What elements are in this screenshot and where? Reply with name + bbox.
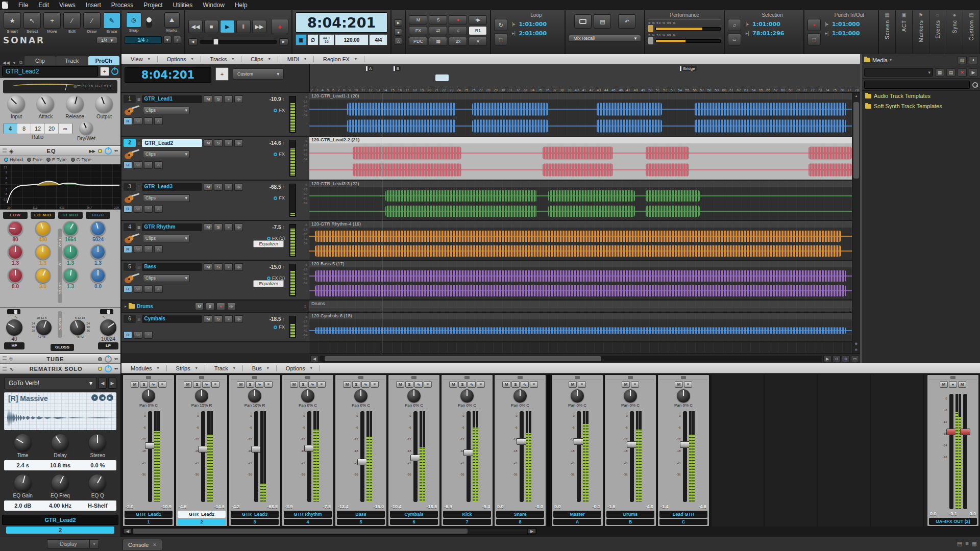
strip-name[interactable]: GTR Rhythm: [284, 511, 332, 518]
edit-filter-select[interactable]: Clips▾: [143, 151, 190, 158]
fader-cap[interactable]: [627, 441, 637, 448]
menu-item[interactable]: Process: [106, 1, 138, 10]
fader-cap[interactable]: [410, 455, 421, 461]
mix-button[interactable]: ▪▶: [469, 15, 487, 24]
volume-fader[interactable]: [683, 411, 687, 502]
add-module-button[interactable]: +: [100, 67, 109, 76]
band-q-knob[interactable]: [8, 244, 23, 260]
clip-row[interactable]: Drums: [309, 300, 852, 313]
lp-toggle[interactable]: [100, 309, 113, 314]
bus-strip[interactable]: M ≡ Pan 0% C 0 -6 -12 -18 -24 -36 -1.4 -…: [657, 374, 709, 527]
read-automation-button[interactable]: R: [124, 331, 132, 339]
clip-row[interactable]: 120-GTR Rhythm-4 (19): [309, 221, 852, 261]
rewind-button[interactable]: ◀◀: [188, 20, 203, 33]
tube-module-header[interactable]: ⌾ TUBE ▾▾: [0, 354, 120, 364]
mini-play-button[interactable]: ▶: [394, 19, 402, 27]
audio-clip[interactable]: [309, 319, 852, 341]
hp-toggle[interactable]: [7, 309, 20, 314]
strip-io-icon[interactable]: [305, 376, 310, 379]
volume-fader[interactable]: [413, 411, 418, 502]
undo-recall-button[interactable]: ↶: [618, 14, 635, 29]
arm-button[interactable]: ●: [224, 315, 233, 323]
strip-number[interactable]: 2: [178, 519, 226, 525]
track-name-field[interactable]: Cymbals: [142, 315, 202, 323]
punch-toggle[interactable]: ●: [807, 19, 821, 31]
left-fader[interactable]: [949, 394, 953, 509]
clip-row[interactable]: 120-Bass-5 (17): [309, 261, 852, 300]
band-header[interactable]: HIGH: [86, 212, 110, 219]
track-number[interactable]: 3: [124, 183, 136, 191]
zoom-out-icon[interactable]: ⊖: [852, 348, 860, 352]
snapshot-camera-button[interactable]: [574, 14, 592, 29]
strip-name[interactable]: GTR_Lead3: [231, 511, 279, 518]
mute-button[interactable]: M: [502, 381, 510, 388]
strip-name[interactable]: Snare: [496, 511, 544, 518]
snap-value[interactable]: 1/4 ♪: [125, 36, 162, 44]
strip-name[interactable]: Cymbals: [390, 511, 438, 518]
pan-knob[interactable]: [142, 389, 155, 403]
arm-button[interactable]: ●: [224, 95, 233, 103]
solo-button[interactable]: S: [511, 381, 520, 388]
mute-button[interactable]: M: [204, 139, 212, 147]
eq-type-radio[interactable]: E-Type: [46, 157, 67, 162]
archive-button[interactable]: A: [154, 205, 163, 213]
menu-item[interactable]: Help: [230, 1, 253, 10]
marks-button[interactable]: ⛰: [164, 12, 180, 28]
impulse-menu-icon[interactable]: ▾: [91, 394, 98, 401]
channel-strip[interactable]: M S ∿ ≡ Pan 0% C 0 -6 -12 -18 -24 -36 -2…: [122, 374, 175, 527]
audio-clip[interactable]: [309, 187, 852, 220]
eq-module-header[interactable]: ◈ EQ ▶▶ ▾▾: [0, 146, 120, 156]
strip-io-icon[interactable]: [575, 376, 580, 379]
archive-button[interactable]: A: [154, 161, 163, 169]
mix-button[interactable]: M: [409, 15, 427, 24]
solo-button[interactable]: S: [214, 263, 223, 271]
strip-io-icon[interactable]: [252, 376, 257, 379]
track-volume[interactable]: -14.6: [270, 140, 281, 146]
ratio-button[interactable]: ∞: [59, 123, 72, 134]
play-button[interactable]: ▶: [220, 20, 234, 33]
mute-button[interactable]: M: [675, 381, 683, 388]
scroll-up-icon[interactable]: ▴: [852, 94, 860, 98]
read-automation-button[interactable]: R: [124, 245, 132, 253]
pan-knob[interactable]: [513, 389, 527, 403]
menu-item[interactable]: Insert: [81, 1, 106, 10]
pan-knob[interactable]: [460, 389, 474, 403]
toolbar-side-tab[interactable]: ▣ ACT: [896, 10, 913, 54]
strip-name[interactable]: UA-4FX OUT (2): [929, 518, 977, 525]
channel-strip[interactable]: M S ∿ ≡ Pan 15% R 0 -6 -12 -18 -24 -36 -…: [176, 374, 228, 527]
mix-button[interactable]: ♫: [449, 26, 467, 35]
reverb-eq-knob[interactable]: [52, 474, 69, 492]
footer-options-icon[interactable]: ▤: [957, 540, 962, 547]
mix-button[interactable]: ●: [449, 15, 467, 24]
freeze-button[interactable]: *: [144, 117, 153, 125]
volume-readout[interactable]: -4.6: [179, 504, 187, 511]
inspector-tab[interactable]: Track: [56, 56, 87, 65]
mix-button[interactable]: PDC: [409, 37, 427, 46]
interleave-button[interactable]: ≡: [211, 381, 219, 388]
fader-cap[interactable]: [960, 429, 970, 435]
hp-button[interactable]: HP: [4, 342, 24, 349]
strip-name[interactable]: Master: [553, 511, 601, 518]
fx-plugin-chip[interactable]: Equalizer: [253, 240, 284, 247]
band-level-knob[interactable]: [35, 268, 51, 283]
write-automation-button[interactable]: W: [134, 205, 142, 213]
strip-io-icon[interactable]: [146, 376, 151, 379]
strip-number[interactable]: C: [659, 519, 707, 525]
toolbar-side-tab[interactable]: ≡ Events: [929, 10, 946, 54]
interleave-button[interactable]: ≡: [631, 381, 639, 388]
pause-button[interactable]: ‖: [236, 20, 251, 33]
lp-button[interactable]: LP: [98, 342, 118, 349]
snap-button[interactable]: ◎: [126, 12, 141, 28]
band-header[interactable]: HI MID: [58, 212, 83, 219]
bus-strip[interactable]: M ≡ Pan 0% C 0 -6 -12 -18 -24 -36 -1.6 -…: [604, 374, 656, 527]
tool-button[interactable]: ★: [4, 12, 21, 29]
mute-button[interactable]: M: [343, 381, 351, 388]
channel-strip[interactable]: M S ∿ ≡ Pan 0% C 0 -6 -12 -18 -24 -36 -1…: [335, 374, 387, 527]
freeze-button[interactable]: *: [144, 285, 153, 293]
volume-fader[interactable]: [520, 411, 524, 502]
scroll-left-button[interactable]: ◀: [310, 355, 318, 362]
volume-spinner-icon[interactable]: ↕: [283, 184, 285, 189]
collapse-icon[interactable]: ▾▾: [114, 149, 118, 153]
snap-spinner[interactable]: ▾: [163, 36, 172, 44]
volume-fader[interactable]: [254, 411, 258, 502]
